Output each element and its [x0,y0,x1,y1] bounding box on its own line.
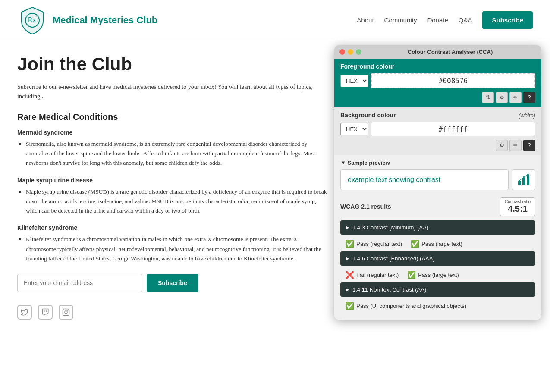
bg-settings-icon[interactable]: ⚙ [496,140,508,151]
bg-white-label: (white) [519,112,535,119]
pass-row-143: ✅ Pass (regular text) ✅ Pass (large text… [340,237,535,251]
minimize-button[interactable] [348,49,353,55]
contrast-title: Contrast ratio [505,199,531,204]
maximize-button[interactable] [356,49,361,55]
wcag-label: WCAG 2.1 results [340,203,391,210]
condition-maple: Maple syrup urine disease Maple syrup ur… [17,177,328,216]
navbar: Rx Medical Mysteries Club About Communit… [0,0,550,41]
pass-icon-146-large: ✅ [407,271,416,279]
twitter-icon[interactable] [17,305,32,320]
fg-swap-icon[interactable]: ⇅ [482,92,494,103]
arrow-146: ▶ [346,256,349,261]
pass-14111-ui: ✅ Pass (UI components and graphical obje… [346,302,466,310]
fail-146-regular: ❌ Fail (regular text) [346,271,399,279]
fg-info-icon[interactable]: ? [523,92,535,103]
wcag-146-label: 1.4.6 Contrast (Enhanced) (AAA) [352,255,435,262]
svg-point-11 [523,176,525,178]
pass-row-146: ❌ Fail (regular text) ✅ Pass (large text… [340,268,535,282]
pass-143-regular: ✅ Pass (regular text) [346,240,402,248]
condition-klinefelter-text: Klinefelter syndrome is a chromosomal va… [26,235,328,263]
pass-icon-14111-ui: ✅ [346,302,354,310]
preview-section: ▼ Sample preview example text showing co… [334,155,541,194]
arrow-14111: ▶ [346,287,349,292]
pass-row-14111: ✅ Pass (UI components and graphical obje… [340,299,535,314]
svg-rect-7 [518,181,521,185]
fg-settings-icon[interactable]: ⚙ [496,92,508,103]
fg-tools: ⇅ ⚙ ✏ ? [340,92,535,103]
instagram-icon[interactable] [59,305,73,320]
contrast-box: Contrast ratio 4.5:1 [500,197,535,216]
condition-klinefelter-title: Klinefelter syndrome [17,224,328,231]
intro-text: Subscribe to our e-newsletter and have m… [17,82,328,102]
bg-label-row: Background colour (white) [340,112,535,119]
pass-143-large: ✅ Pass (large text) [411,240,462,248]
fail-icon-146-regular: ❌ [346,271,354,279]
svg-rect-4 [63,309,69,316]
site-title: Medical Mysteries Club [53,15,157,26]
fg-format-select[interactable]: HEX [340,75,368,87]
section-heading: Rare Medical Conditions [17,112,328,122]
pass-14111-ui-label: Pass (UI components and graphical object… [356,303,466,309]
contrast-value: 4.5:1 [505,204,531,214]
results-header-row: WCAG 2.1 results Contrast ratio 4.5:1 [340,197,535,216]
pass-143-large-label: Pass (large text) [421,241,462,247]
svg-point-5 [65,311,67,314]
preview-text: example text showing contrast [340,169,509,190]
condition-mermaid: Mermaid syndrome Sirenomelia, also known… [17,129,328,168]
wcag-row-146[interactable]: ▶ 1.4.6 Contrast (Enhanced) (AAA) [340,251,535,266]
condition-maple-text: Maple syrup urine disease (MSUD) is a ra… [26,187,328,216]
twitch-icon[interactable] [38,305,53,320]
subscribe-button[interactable]: Subscribe [147,274,198,292]
cca-title: Colour Contrast Analyser (CCA) [364,49,536,55]
fg-section: Foreground colour HEX ⇅ ⚙ ✏ ? [334,59,541,107]
wcag-row-143[interactable]: ▶ 1.4.3 Contrast (Minimum) (AA) [340,220,535,235]
fg-hex-input[interactable] [371,73,535,88]
bg-info-icon[interactable]: ? [523,140,535,151]
cca-panel: Colour Contrast Analyser (CCA) Foregroun… [334,45,541,320]
bg-label: Background colour [340,112,396,119]
bg-hex-input[interactable] [371,122,535,136]
svg-rect-8 [522,178,525,185]
svg-point-6 [68,310,68,311]
pass-146-large-label: Pass (large text) [418,272,459,278]
svg-rect-9 [527,175,529,185]
nav-donate[interactable]: Donate [427,16,448,24]
svg-rect-3 [36,15,39,17]
wcag-143-label: 1.4.3 Contrast (Minimum) (AA) [352,224,428,231]
svg-text:Rx: Rx [28,16,37,24]
nav-community[interactable]: Community [384,16,417,24]
nav-qa[interactable]: Q&A [459,16,472,24]
fg-label: Foreground colour [340,63,535,70]
left-column: Join the Club Subscribe to our e-newslet… [17,54,328,320]
bg-eyedropper-icon[interactable]: ✏ [509,140,522,151]
results-section: WCAG 2.1 results Contrast ratio 4.5:1 ▶ … [334,194,541,320]
wcag-row-14111[interactable]: ▶ 1.4.11 Non-text Contrast (AA) [340,282,535,297]
bg-format-select[interactable]: HEX [340,123,368,135]
close-button[interactable] [339,49,345,55]
fg-eyedropper-icon[interactable]: ✏ [509,92,522,103]
fg-input-row: HEX [340,73,535,88]
page-title: Join the Club [17,54,328,75]
preview-chart-button[interactable] [512,169,535,190]
pass-146-large: ✅ Pass (large text) [407,271,459,279]
svg-point-12 [527,174,529,176]
condition-klinefelter: Klinefelter syndrome Klinefelter syndrom… [17,224,328,263]
chart-icon [517,173,530,186]
bg-tools: ⚙ ✏ ? [340,140,535,151]
condition-mermaid-text: Sirenomelia, also known as mermaid syndr… [26,139,328,168]
logo-wrap: Rx Medical Mysteries Club [17,5,157,35]
email-input[interactable] [17,274,142,292]
preview-header: ▼ Sample preview [340,160,535,166]
arrow-143: ▶ [346,225,349,230]
condition-maple-title: Maple syrup urine disease [17,177,328,184]
nav-subscribe-button[interactable]: Subscribe [482,11,533,29]
svg-point-10 [519,180,520,182]
cca-titlebar: Colour Contrast Analyser (CCA) [334,45,541,59]
bg-input-row: HEX [340,122,535,136]
svg-rect-2 [26,15,28,17]
fail-146-regular-label: Fail (regular text) [356,272,399,278]
preview-row: example text showing contrast [340,169,535,190]
pass-icon-143-large: ✅ [411,240,419,248]
page-body: Join the Club Subscribe to our e-newslet… [0,41,550,332]
nav-about[interactable]: About [357,16,374,24]
